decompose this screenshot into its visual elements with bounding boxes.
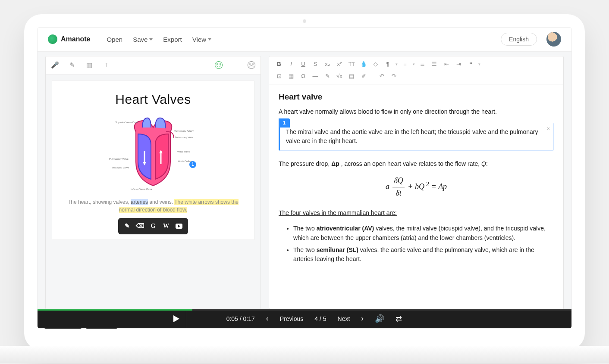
editor-panel: B I U S x₂ x² TT 💧 ◇ ¶▾ ≡▾ ≣ ☰ ⇤ ⇥ ❝▾ <box>269 56 564 309</box>
play-button[interactable] <box>167 309 186 328</box>
linked-note-text: The mitral valve and the aortic valve ar… <box>286 128 538 145</box>
menu-view[interactable]: View <box>192 36 211 43</box>
pressure-paragraph: The pressure drop, Δp , across an open h… <box>279 159 554 169</box>
ctx-youtube-icon[interactable] <box>173 221 185 232</box>
slide-viewport: Heart Valves Superior Vena Cava Pulmonar… <box>46 75 261 309</box>
linked-note-number: 1 <box>279 118 290 128</box>
subscript-icon[interactable]: x₂ <box>322 59 333 69</box>
note-icon[interactable]: ▥ <box>85 61 93 69</box>
underline-icon[interactable]: U <box>298 59 309 69</box>
app-header: Amanote Open Save Export View English <box>38 28 571 52</box>
chevron-left-icon[interactable]: ‹ <box>266 314 269 323</box>
table-icon[interactable]: ▦ <box>286 71 297 81</box>
linked-note-box[interactable]: 1 × The mitral valve and the aortic valv… <box>279 123 554 151</box>
brand-name: Amanote <box>61 35 90 43</box>
indent-icon[interactable]: ⇥ <box>453 59 464 69</box>
list-item: The two atrioventricular (AV) valves, th… <box>293 224 554 243</box>
caret-icon[interactable]: ▾ <box>394 59 399 69</box>
selected-text[interactable]: arteries <box>131 199 148 205</box>
note-intro: A heart valve normally allows blood to f… <box>279 107 554 117</box>
quote-icon[interactable]: ❝ <box>465 59 476 69</box>
editor-body[interactable]: Heart valve A heart valve normally allow… <box>269 84 563 309</box>
chevron-right-icon[interactable]: › <box>361 314 364 323</box>
pencil-icon[interactable]: ✎ <box>68 61 76 69</box>
caret-down-icon <box>208 38 211 40</box>
progress-track[interactable] <box>38 309 571 311</box>
context-toolbar: ✎ ⌫ G W <box>118 218 188 234</box>
slide[interactable]: Heart Valves Superior Vena Cava Pulmonar… <box>52 81 254 240</box>
undo-icon[interactable]: ↶ <box>376 71 387 81</box>
caret-icon[interactable]: ▾ <box>411 59 416 69</box>
next-button[interactable]: Next <box>338 315 350 322</box>
laptop-base <box>0 346 609 363</box>
caret-icon[interactable]: ▾ <box>477 59 481 69</box>
highlight-icon[interactable]: ✎ <box>322 71 333 81</box>
sqrt-icon[interactable]: √x <box>334 71 345 81</box>
close-icon[interactable]: × <box>547 125 550 133</box>
eraser-icon[interactable]: ◇ <box>370 59 381 69</box>
block-icon[interactable]: ▤ <box>346 71 357 81</box>
camera-dot <box>303 19 306 23</box>
caret-down-icon <box>149 38 153 40</box>
language-button[interactable]: English <box>501 33 537 46</box>
main-menu: Open Save Export View <box>107 36 211 43</box>
ctx-eraser-icon[interactable]: ⌫ <box>135 221 146 232</box>
player-bar: 0:05 / 0:17 ‹ Previous 4 / 5 Next › 🔊 ⇄ <box>38 309 571 328</box>
ordered-list-icon[interactable]: ≣ <box>417 59 428 69</box>
ctx-google-icon[interactable]: G <box>148 221 159 232</box>
slide-panel: 🎤 ✎ ▥ 𝙸 Heart Valves <box>45 56 261 309</box>
mic-icon[interactable]: 🎤 <box>51 61 59 69</box>
paragraph-icon[interactable]: ¶ <box>382 59 393 69</box>
ctx-pencil-icon[interactable]: ✎ <box>122 221 133 232</box>
heart-diagram: Superior Vena Cava Pulmonary Artery Pulm… <box>106 115 201 192</box>
menu-save[interactable]: Save <box>133 36 153 43</box>
user-avatar[interactable] <box>546 32 561 47</box>
player-time: 0:05 / 0:17 <box>226 315 255 322</box>
menu-open[interactable]: Open <box>107 36 122 43</box>
swap-icon[interactable]: ⇄ <box>396 314 402 324</box>
svg-text:Superior Vena Cava: Superior Vena Cava <box>115 121 138 124</box>
slide-toolbar: 🎤 ✎ ▥ 𝙸 <box>46 56 261 75</box>
sad-icon[interactable] <box>248 61 255 69</box>
previous-button[interactable]: Previous <box>280 315 303 322</box>
font-size-icon[interactable]: TT <box>346 59 357 69</box>
app-screen: Amanote Open Save Export View English 🎤 … <box>37 27 572 329</box>
redo-icon[interactable]: ↷ <box>388 71 399 81</box>
slide-marker-1[interactable]: 1 <box>189 161 196 168</box>
svg-text:Pulmonary Valve: Pulmonary Valve <box>109 158 129 160</box>
page-counter: 4 / 5 <box>314 315 326 322</box>
italic-icon[interactable]: I <box>286 59 297 69</box>
svg-text:Inferior Vena Cava: Inferior Vena Cava <box>131 188 152 190</box>
omega-icon[interactable]: Ω <box>298 71 309 81</box>
formula: a δQδt + bQ 2 = Δp <box>279 175 554 199</box>
brand-icon <box>48 34 57 44</box>
menu-export[interactable]: Export <box>163 36 182 43</box>
smile-icon[interactable] <box>215 61 223 69</box>
align-icon[interactable]: ≡ <box>399 59 411 69</box>
hr-icon[interactable]: — <box>310 71 321 81</box>
text-cursor-icon[interactable]: 𝙸 <box>103 61 110 69</box>
svg-text:Tricuspid Valve: Tricuspid Valve <box>112 166 129 169</box>
outdent-icon[interactable]: ⇤ <box>441 59 452 69</box>
unordered-list-icon[interactable]: ☰ <box>429 59 440 69</box>
valve-list: The two atrioventricular (AV) valves, th… <box>279 224 554 264</box>
svg-text:Pulmonary Vein: Pulmonary Vein <box>175 136 193 139</box>
svg-text:Pulmonary Artery: Pulmonary Artery <box>174 130 194 132</box>
list-heading: The four valves in the mammalian heart a… <box>279 208 554 218</box>
brand-logo[interactable]: Amanote <box>48 34 90 44</box>
ctx-wikipedia-icon[interactable]: W <box>160 221 172 232</box>
volume-icon[interactable]: 🔊 <box>375 314 384 324</box>
slide-title: Heart Valves <box>115 92 191 107</box>
progress-fill <box>38 309 192 311</box>
superscript-icon[interactable]: x² <box>334 59 345 69</box>
list-item: The two semilunar (SL) valves, the aorti… <box>293 246 554 264</box>
content-area: 🎤 ✎ ▥ 𝙸 Heart Valves <box>38 52 571 309</box>
laptop-frame: Amanote Open Save Export View English 🎤 … <box>24 14 585 350</box>
ink-icon[interactable]: 💧 <box>358 59 369 69</box>
svg-marker-12 <box>173 315 179 322</box>
editor-toolbar: B I U S x₂ x² TT 💧 ◇ ¶▾ ≡▾ ≣ ☰ ⇤ ⇥ ❝▾ <box>269 56 563 84</box>
link-icon[interactable]: ⊡ <box>273 71 285 81</box>
draw-icon[interactable]: ✐ <box>358 71 369 81</box>
bold-icon[interactable]: B <box>273 59 285 69</box>
strike-icon[interactable]: S <box>310 59 321 69</box>
